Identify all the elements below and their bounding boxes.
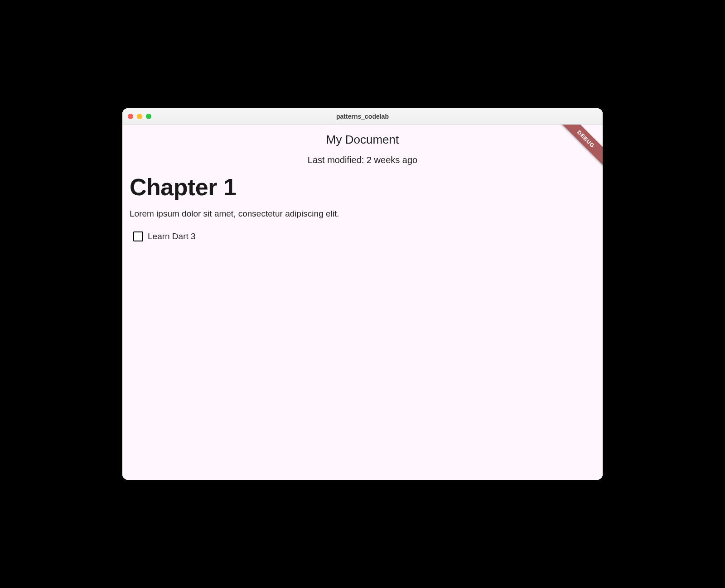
close-icon[interactable] <box>128 114 133 119</box>
titlebar: patterns_codelab <box>122 108 603 125</box>
chapter-heading: Chapter 1 <box>130 174 595 201</box>
checkbox-row[interactable]: Learn Dart 3 <box>130 231 595 241</box>
mac-window: patterns_codelab DEBUG My Document Last … <box>122 108 603 480</box>
body-text: Lorem ipsum dolor sit amet, consectetur … <box>130 209 595 219</box>
maximize-icon[interactable] <box>146 114 151 119</box>
app-header: My Document Last modified: 2 weeks ago <box>122 125 603 165</box>
checkbox-icon[interactable] <box>133 231 143 241</box>
checkbox-label: Learn Dart 3 <box>148 231 196 241</box>
app-area: DEBUG My Document Last modified: 2 weeks… <box>122 125 603 480</box>
subtitle: Last modified: 2 weeks ago <box>308 155 417 165</box>
window-title: patterns_codelab <box>122 113 603 120</box>
minimize-icon[interactable] <box>137 114 142 119</box>
page-title: My Document <box>326 133 399 147</box>
content: Chapter 1 Lorem ipsum dolor sit amet, co… <box>122 165 603 250</box>
traffic-lights <box>128 114 151 119</box>
